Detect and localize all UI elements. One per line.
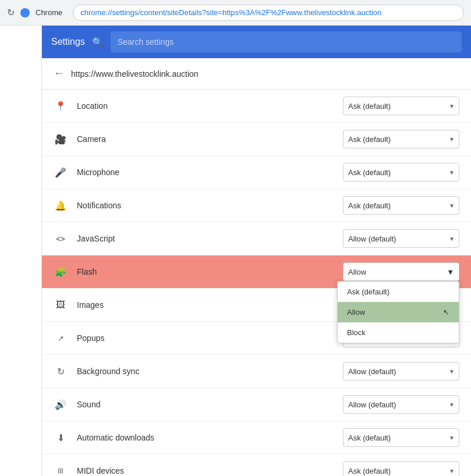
permission-row-midi-devices: ⊞ MIDI devices Ask (default) Allow Block… <box>42 454 471 476</box>
flash-select-arrow: ▼ <box>447 268 454 276</box>
midi-devices-select-wrapper: Ask (default) Allow Block ▼ <box>343 461 459 476</box>
location-icon: 📍 <box>54 101 68 112</box>
back-row: ← https://www.thelivestocklink.auction <box>42 58 471 90</box>
flash-dropdown: Ask (default) Allow ↖ Block <box>337 281 459 343</box>
background-sync-select[interactable]: Allow (default) Block <box>343 362 459 381</box>
reload-icon[interactable]: ↻ <box>7 7 15 18</box>
background-sync-label: Background sync <box>77 367 334 376</box>
browser-bar: ↻ Chrome chrome://settings/content/siteD… <box>0 0 471 26</box>
javascript-select-wrapper: Allow (default) Block ▼ <box>343 229 459 248</box>
microphone-select[interactable]: Ask (default) Allow Block <box>343 163 459 182</box>
flash-current-value: Allow <box>348 268 366 276</box>
popups-label: Popups <box>77 333 334 343</box>
permission-row-automatic-downloads: ⬇ Automatic downloads Ask (default) Allo… <box>42 421 471 454</box>
browser-tab-title: Chrome <box>36 8 62 17</box>
url-text: chrome://settings/content/siteDetails?si… <box>80 8 381 17</box>
permission-row-sound: 🔊 Sound Allow (default) Block ▼ <box>42 388 471 421</box>
javascript-icon: <> <box>54 235 68 243</box>
permission-row-javascript: <> JavaScript Allow (default) Block ▼ <box>42 222 471 255</box>
microphone-select-wrapper: Ask (default) Allow Block ▼ <box>343 163 459 182</box>
automatic-downloads-icon: ⬇ <box>54 432 68 443</box>
location-label: Location <box>77 101 334 111</box>
microphone-icon: 🎤 <box>54 167 68 178</box>
camera-icon: 🎥 <box>54 134 68 145</box>
permission-row-notifications: 🔔 Notifications Ask (default) Allow Bloc… <box>42 189 471 222</box>
flash-allow-label: Allow <box>347 308 365 317</box>
camera-select[interactable]: Ask (default) Allow Block <box>343 130 459 148</box>
cursor-icon: ↖ <box>443 308 449 317</box>
midi-devices-label: MIDI devices <box>77 466 334 475</box>
notifications-select[interactable]: Ask (default) Allow Block <box>343 196 459 215</box>
javascript-select[interactable]: Allow (default) Block <box>343 229 459 248</box>
browser-url-bar[interactable]: chrome://settings/content/siteDetails?si… <box>73 5 464 21</box>
midi-devices-icon: ⊞ <box>54 467 68 475</box>
back-arrow-icon[interactable]: ← <box>54 68 64 80</box>
settings-page: Settings 🔍 ← https://www.thelivestocklin… <box>0 26 471 476</box>
automatic-downloads-select[interactable]: Ask (default) Allow Block <box>343 428 459 447</box>
settings-header: Settings 🔍 <box>42 26 471 58</box>
flash-icon: 🧩 <box>54 267 68 278</box>
javascript-label: JavaScript <box>77 234 334 243</box>
notifications-label: Notifications <box>77 201 334 210</box>
main-content: Settings 🔍 ← https://www.thelivestocklin… <box>42 26 471 476</box>
camera-select-wrapper: Ask (default) Allow Block ▼ <box>343 130 459 148</box>
flash-select-display[interactable]: Allow ▼ <box>343 262 459 281</box>
flash-option-block[interactable]: Block <box>338 322 459 343</box>
images-icon: 🖼 <box>54 300 68 310</box>
images-label: Images <box>77 300 334 310</box>
permission-row-flash: 🧩 Flash Allow ▼ Ask (default) Allow ↖ Bl… <box>42 255 471 289</box>
camera-label: Camera <box>77 134 334 144</box>
sound-select[interactable]: Allow (default) Block <box>343 395 459 414</box>
sound-label: Sound <box>77 400 334 409</box>
flash-option-allow[interactable]: Allow ↖ <box>338 302 459 322</box>
automatic-downloads-label: Automatic downloads <box>77 433 334 442</box>
permission-row-microphone: 🎤 Microphone Ask (default) Allow Block ▼ <box>42 156 471 189</box>
permission-row-location: 📍 Location Ask (default) Allow Block ▼ <box>42 90 471 123</box>
background-sync-icon: ↻ <box>54 366 68 377</box>
sidebar <box>0 26 42 476</box>
background-sync-select-wrapper: Allow (default) Block ▼ <box>343 362 459 381</box>
permission-row-background-sync: ↻ Background sync Allow (default) Block … <box>42 355 471 388</box>
site-url-label: https://www.thelivestocklink.auction <box>71 69 199 79</box>
sound-icon: 🔊 <box>54 399 68 410</box>
site-details: ← https://www.thelivestocklink.auction 📍… <box>42 58 471 476</box>
location-select-wrapper: Ask (default) Allow Block ▼ <box>343 97 459 115</box>
flash-label: Flash <box>77 267 334 276</box>
settings-title: Settings <box>51 37 85 47</box>
search-input[interactable] <box>111 31 462 52</box>
popups-icon: ↗ <box>54 334 68 343</box>
sound-select-wrapper: Allow (default) Block ▼ <box>343 395 459 414</box>
location-select[interactable]: Ask (default) Allow Block <box>343 97 459 115</box>
microphone-label: Microphone <box>77 168 334 177</box>
search-icon: 🔍 <box>92 37 104 48</box>
notifications-icon: 🔔 <box>54 200 68 211</box>
automatic-downloads-select-wrapper: Ask (default) Allow Block ▼ <box>343 428 459 447</box>
permission-row-camera: 🎥 Camera Ask (default) Allow Block ▼ <box>42 123 471 156</box>
midi-devices-select[interactable]: Ask (default) Allow Block <box>343 461 459 476</box>
flash-option-ask-default[interactable]: Ask (default) <box>338 282 459 302</box>
browser-favicon <box>20 8 30 17</box>
notifications-select-wrapper: Ask (default) Allow Block ▼ <box>343 196 459 215</box>
